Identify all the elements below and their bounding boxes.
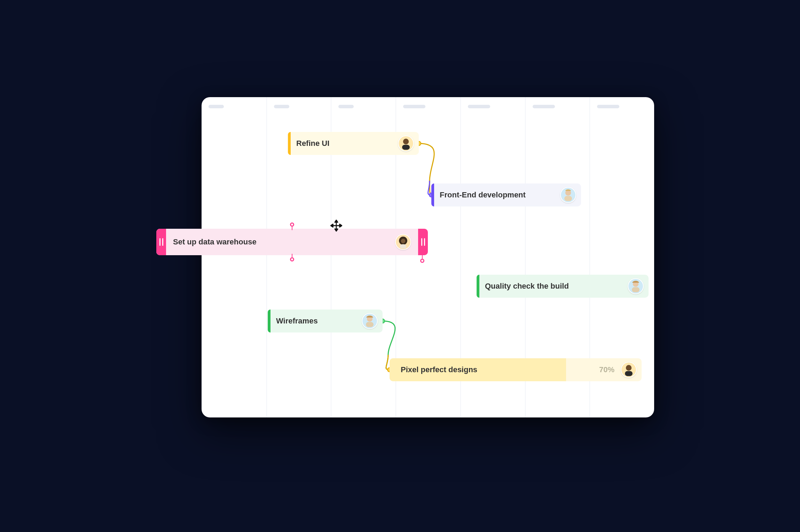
column-header-placeholder (533, 105, 555, 108)
gantt-board[interactable]: Refine UI Front-End development Set up d… (202, 97, 654, 417)
task-label: Wireframes (274, 316, 362, 326)
task-accent (268, 310, 270, 332)
task-accent (431, 183, 434, 206)
dependency-node-end[interactable] (420, 259, 424, 263)
svg-point-21 (626, 365, 632, 370)
task-label: Set up data warehouse (163, 237, 395, 247)
task-progress-label: 70% (593, 365, 621, 374)
task-label: Refine UI (294, 139, 398, 148)
resize-handle-left[interactable] (156, 229, 166, 255)
assignee-avatar[interactable] (362, 313, 378, 329)
column-header-placeholder (403, 105, 425, 108)
svg-point-12 (401, 239, 406, 243)
svg-rect-9 (564, 196, 572, 201)
timeline-column (202, 97, 266, 417)
svg-rect-13 (400, 244, 406, 249)
svg-rect-19 (366, 322, 374, 327)
task-accent (477, 275, 479, 298)
dependency-node-top[interactable] (290, 222, 294, 227)
column-header-placeholder (468, 105, 490, 108)
task-accent (288, 132, 291, 155)
task-label: Pixel perfect designs (399, 365, 593, 374)
svg-point-5 (403, 139, 409, 144)
assignee-avatar[interactable] (398, 135, 414, 151)
assignee-avatar[interactable] (395, 234, 411, 250)
svg-rect-22 (625, 371, 633, 376)
task-set-up-data-warehouse[interactable]: Set up data warehouse (156, 229, 428, 255)
svg-rect-16 (632, 287, 640, 292)
svg-rect-6 (402, 145, 410, 150)
column-header-placeholder (597, 105, 619, 108)
dependency-node-bottom[interactable] (290, 257, 294, 261)
task-pixel-perfect-designs[interactable]: Pixel perfect designs 70% (390, 358, 642, 381)
task-wireframes[interactable]: Wireframes (268, 310, 383, 332)
resize-handle-right[interactable] (418, 229, 428, 255)
task-label: Quality check the build (483, 282, 628, 291)
column-header-placeholder (274, 105, 289, 108)
assignee-avatar[interactable] (621, 362, 637, 378)
task-front-end-development[interactable]: Front-End development (431, 183, 581, 206)
column-header-placeholder (209, 105, 224, 108)
column-header-placeholder (338, 105, 354, 108)
assignee-avatar[interactable] (628, 278, 644, 294)
assignee-avatar[interactable] (560, 187, 576, 203)
task-label: Front-End development (438, 190, 560, 200)
task-quality-check-the-build[interactable]: Quality check the build (477, 275, 649, 298)
task-refine-ui[interactable]: Refine UI (288, 132, 419, 155)
gantt-stage: Refine UI Front-End development Set up d… (146, 97, 654, 435)
